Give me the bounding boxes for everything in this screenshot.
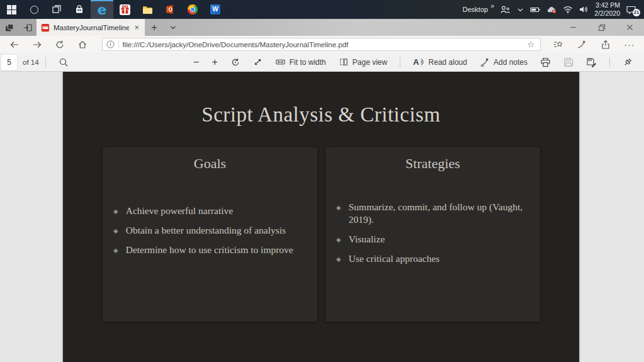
home-icon [77, 40, 88, 50]
office-button[interactable] [159, 0, 181, 19]
folder-icon [142, 4, 153, 15]
tab-list-chevron-button[interactable] [164, 19, 183, 36]
diamond-bullet-icon: ◈ [113, 244, 118, 256]
page-view-label: Page view [353, 58, 387, 67]
pen-icon [577, 40, 587, 49]
set-tabs-aside-button[interactable] [18, 19, 37, 36]
forward-button[interactable] [26, 36, 48, 53]
url-box[interactable]: file:///C:/Users/jacky/OneDrive/Document… [102, 38, 541, 51]
add-notes-button[interactable]: Add notes [473, 53, 534, 72]
toolbar-divider [400, 57, 400, 67]
restore-button[interactable] [587, 19, 616, 36]
pin-toolbar-button[interactable] [616, 53, 639, 72]
toolbar-divider [45, 57, 46, 67]
action-center-button[interactable]: 21 [626, 5, 639, 14]
url-text[interactable]: file:///C:/Users/jacky/OneDrive/Document… [123, 41, 522, 48]
share-icon [601, 40, 611, 50]
store-bag-icon [74, 4, 84, 14]
cortana-search-button[interactable] [23, 0, 45, 19]
diamond-bullet-icon: ◈ [336, 233, 341, 246]
diamond-bullet-icon: ◈ [113, 224, 118, 237]
people-icon[interactable] [500, 5, 511, 14]
back-icon [9, 40, 20, 50]
pdf-file-icon [41, 23, 50, 32]
tab-masteryjournaltimeline[interactable]: MasteryJournalTimeline × [37, 19, 145, 36]
list-item: ◈Visualize [325, 233, 540, 246]
page-number-input[interactable] [1, 54, 18, 71]
desktop-toolbar[interactable]: Desktop» [463, 6, 494, 13]
word-button[interactable]: W [204, 0, 227, 19]
zoom-out-icon: − [193, 57, 199, 68]
rotate-icon [230, 57, 240, 67]
zoom-in-button[interactable]: + [205, 53, 223, 72]
tray-date: 2/2/2020 [594, 9, 620, 18]
hidden-icons-chevron[interactable] [516, 6, 524, 14]
forward-icon [32, 40, 42, 50]
slide-title: Script Analysis & Criticism [63, 103, 579, 127]
fullscreen-button[interactable] [247, 53, 269, 72]
save-icon [563, 57, 573, 67]
diamond-bullet-icon: ◈ [336, 252, 341, 265]
volume-icon[interactable] [579, 5, 589, 14]
list-item: ◈Use critical approaches [325, 252, 540, 265]
tray-time: 3:42 PM [594, 1, 620, 9]
window-controls [559, 19, 644, 36]
favorites-hub-button[interactable] [547, 36, 568, 53]
edge-icon: e [98, 3, 107, 17]
favorite-star-button[interactable]: ☆ [525, 40, 536, 49]
new-tab-button[interactable]: + [145, 19, 164, 36]
desktop-overflow-chevron: » [491, 3, 495, 9]
fullscreen-icon [253, 57, 263, 67]
refresh-icon [55, 40, 65, 50]
find-in-page-button[interactable] [52, 53, 75, 72]
rotate-button[interactable] [224, 53, 247, 72]
web-note-button[interactable] [571, 36, 592, 53]
list-item: ◈Achieve powerful narrative [103, 205, 317, 217]
address-bar: file:///C:/Users/jacky/OneDrive/Document… [0, 36, 644, 53]
close-icon [626, 24, 633, 31]
save-as-button[interactable] [580, 53, 603, 72]
home-button[interactable] [72, 36, 93, 53]
cortana-icon [30, 6, 38, 14]
start-button[interactable] [0, 0, 23, 19]
zoom-in-icon: + [212, 57, 217, 68]
file-explorer-button[interactable] [136, 0, 159, 19]
list-item: ◈Summarize, commit, and follow up (Vaugh… [325, 201, 540, 226]
refresh-button[interactable] [49, 36, 71, 53]
battery-icon[interactable] [530, 6, 541, 14]
fit-to-width-label: Fit to width [290, 58, 326, 67]
tab-close-button[interactable]: × [133, 23, 140, 32]
fit-to-width-button[interactable]: Fit to width [269, 53, 332, 72]
chrome-button[interactable] [181, 0, 204, 19]
save-button[interactable] [557, 53, 580, 72]
chevron-down-icon [169, 24, 177, 31]
zoom-out-button[interactable]: − [187, 53, 205, 72]
print-button[interactable] [534, 53, 557, 72]
onedrive-error-wrap[interactable] [546, 6, 557, 14]
list-item: ◈Determine how to use criticism to impro… [103, 244, 317, 256]
page-view-button[interactable]: Page view [332, 53, 393, 72]
print-icon [540, 57, 551, 67]
task-view-button[interactable] [45, 0, 68, 19]
wifi-icon[interactable] [563, 6, 573, 14]
clock[interactable]: 3:42 PM 2/2/2020 [594, 1, 620, 18]
minimize-button[interactable] [559, 19, 587, 36]
store-button[interactable] [68, 0, 91, 19]
tab-preview-button[interactable] [0, 19, 18, 36]
info-icon[interactable] [106, 40, 115, 48]
read-aloud-icon: A [413, 57, 424, 67]
more-actions-button[interactable]: ··· [619, 36, 640, 53]
strategies-list: ◈Summarize, commit, and follow up (Vaugh… [325, 201, 540, 266]
page-view-icon [339, 57, 349, 67]
share-button[interactable] [595, 36, 616, 53]
read-aloud-button[interactable]: A Read aloud [407, 53, 473, 72]
close-button[interactable] [616, 19, 644, 36]
pdf-viewer[interactable]: Script Analysis & Criticism Goals ◈Achie… [0, 72, 644, 362]
back-button[interactable] [4, 36, 25, 53]
goals-header: Goals [103, 147, 317, 172]
pdf-toolbar: of 14 − + Fit to width Page view A [0, 53, 644, 72]
taskbar-edge-button[interactable]: e [91, 0, 113, 19]
gift-app-button[interactable] [113, 0, 136, 19]
add-notes-pen-icon [480, 57, 490, 67]
search-icon [59, 57, 69, 67]
